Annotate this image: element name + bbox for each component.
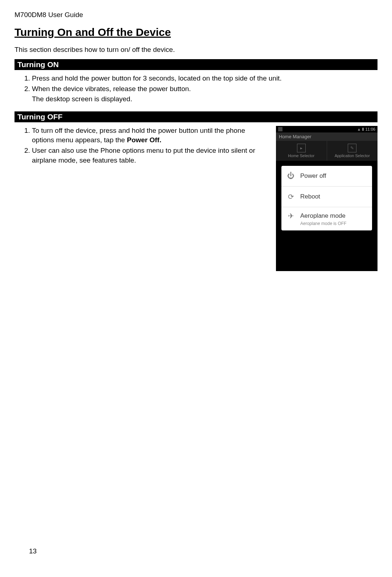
reboot-icon: ⟳ [286,192,295,201]
selector-label: Home Selector [288,154,314,158]
status-bar: ▲ ▮ 11:06 [276,126,377,132]
selector-row: ▸ Home Selector ✎ Application Selector [276,141,377,161]
turning-on-steps: Press and hold the power button for 3 se… [15,74,377,94]
status-icon [278,127,282,131]
home-manager-label: Home Manager [276,132,377,141]
home-selector-tab[interactable]: ▸ Home Selector [276,141,327,161]
status-time: 11:06 [365,127,375,131]
phone-screenshot: ▲ ▮ 11:06 Home Manager ▸ Home Selector ✎… [276,126,377,271]
power-options-dialog: ⏻ Power off ⟳ Reboot ✈ Aeroplane mode Ae… [281,166,372,230]
page-title: Turning On and Off the Device [15,26,377,38]
list-item: User can also use the Phone options menu… [32,146,269,165]
signal-icon: ▲ [357,127,361,131]
intro-paragraph: This section describes how to turn on/ o… [15,46,377,54]
dialog-label: Aeroplane mode [300,212,346,220]
battery-icon: ▮ [362,127,364,131]
sub-text: The desktop screen is displayed. [32,94,377,104]
page-number: 13 [29,547,37,555]
airplane-mode-option[interactable]: ✈ Aeroplane mode Aeroplane mode is OFF [281,207,372,230]
dialog-label: Reboot [300,193,320,200]
turning-off-steps: To turn off the device, press and hold t… [15,126,269,165]
reboot-option[interactable]: ⟳ Reboot [281,187,372,207]
play-icon: ▸ [297,144,306,152]
power-icon: ⏻ [286,172,295,180]
list-item: To turn off the device, press and hold t… [32,126,269,145]
list-item: Press and hold the power button for 3 se… [32,74,377,83]
selector-label: Application Selector [335,154,370,158]
airplane-icon: ✈ [286,212,295,220]
dialog-label: Power off [300,172,326,180]
airplane-subtext: Aeroplane mode is OFF [300,221,346,226]
section-heading-turning-on: Turning ON [15,59,377,70]
document-header: M700DM8 User Guide [15,11,377,19]
power-off-bold: Power Off. [127,136,161,144]
edit-icon: ✎ [348,144,356,152]
power-off-option[interactable]: ⏻ Power off [281,166,372,187]
list-item: When the device vibrates, release the po… [32,84,377,94]
section-heading-turning-off: Turning OFF [15,111,377,122]
app-selector-tab[interactable]: ✎ Application Selector [327,141,378,161]
